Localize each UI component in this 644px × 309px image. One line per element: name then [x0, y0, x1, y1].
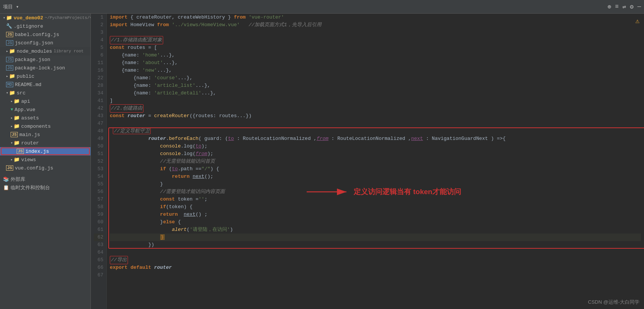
line-num: 50 [94, 143, 103, 150]
code-content[interactable]: import { createRouter, createWebHistory … [107, 14, 644, 309]
sidebar-label: vue.config.js [15, 165, 53, 171]
sidebar-item-indexjs[interactable]: JS index.js [0, 147, 90, 155]
sidebar-item-components[interactable]: ▸ 📁 components [0, 122, 90, 130]
arrow-icon: ▸ [6, 74, 8, 78]
sidebar-project-root[interactable]: ▾ 📁 vue_demo02 ~/PycharmProjects/vue_dem… [0, 14, 90, 22]
sidebar-label: api [21, 99, 30, 104]
sidebar-label: index.js [25, 149, 49, 154]
big-box-mid [108, 234, 644, 241]
sidebar-item-api[interactable]: ▸ 📁 api [0, 97, 90, 105]
swap-icon[interactable]: ⇌ [622, 3, 626, 11]
sidebar-label: .gitignore [14, 24, 43, 29]
folder-icon: 📁 [14, 140, 20, 146]
code-line-54: return next(); [110, 173, 641, 180]
folder-icon: 📁 [9, 90, 15, 96]
minimize-icon[interactable]: — [637, 3, 641, 10]
line-num: 67 [94, 271, 103, 279]
code-line-43: const router = createRouter({routes: rou… [110, 112, 641, 120]
sidebar-item-node-modules[interactable]: ▸ 📁 node_modules library root [0, 47, 90, 55]
sidebar-label: main.js [19, 132, 40, 138]
dropdown-arrow[interactable]: ▾ [16, 4, 19, 10]
arrow-icon: ▸ [11, 124, 13, 129]
code-line-34: {name: 'article_detali'...}, [110, 89, 641, 97]
line-num: 16 [94, 67, 103, 74]
sidebar-item-package-lock[interactable]: JS package-lock.json [0, 64, 90, 72]
json-badge: JS [6, 40, 13, 45]
sidebar-label: 临时文件和控制台 [11, 184, 50, 191]
project-label: 项目 [3, 3, 13, 10]
sidebar: ▾ 📁 vue_demo02 ~/PycharmProjects/vue_dem… [0, 14, 91, 309]
arrow-icon: ▸ [11, 99, 13, 104]
line-num: 34 [94, 89, 103, 97]
sidebar-item-src[interactable]: ▾ 📁 src [0, 89, 90, 97]
sidebar-item-router[interactable]: ▾ 📁 router [0, 139, 90, 147]
sidebar-item-package[interactable]: JS package.json [0, 55, 90, 64]
line-num: 5 [94, 44, 103, 52]
code-line-22: {name: 'course'...}, [110, 74, 641, 82]
sidebar-item-vueconfig[interactable]: JS vue.config.js [0, 164, 90, 172]
code-line-59: return next() ; [110, 211, 641, 218]
line-num: 63 [94, 241, 103, 249]
code-container: 1 2 3 4 5 6 11 16 22 28 34 41 42 43 47 4… [91, 14, 644, 309]
sidebar-item-appvue[interactable]: ▼ App.vue [0, 105, 90, 114]
sidebar-item-public[interactable]: ▸ 📁 public [0, 72, 90, 80]
sidebar-item-mainjs[interactable]: JS main.js [0, 130, 90, 139]
code-line-42: //2.创建路由 [110, 105, 641, 112]
code-text: }) [113, 234, 154, 256]
line-num: 49 [94, 135, 103, 143]
line-num: 55 [94, 180, 103, 188]
line-num: 51 [94, 150, 103, 158]
js-badge: JS [6, 165, 13, 171]
sidebar-label: public [17, 74, 34, 79]
settings-icon[interactable]: ⚙ [630, 3, 634, 11]
folder-icon: 📁 [6, 15, 12, 21]
sidebar-item-readme[interactable]: MD README.md [0, 80, 90, 89]
gitignore-icon: 🔧 [6, 23, 12, 29]
line-num: 62 [94, 234, 103, 241]
sidebar-item-babel[interactable]: JS babel.config.js [0, 30, 90, 39]
sidebar-item-assets[interactable]: ▸ 📁 assets [0, 114, 90, 122]
line-num: 54 [94, 173, 103, 180]
sidebar-label: jsconfig.json [15, 40, 53, 46]
line-num: 47 [94, 120, 103, 127]
comment-box-4: //导出 [110, 256, 128, 264]
line-num: 61 [94, 226, 103, 234]
line-num: 53 [94, 165, 103, 173]
sidebar-label: node_modules [17, 49, 52, 54]
line-num: 28 [94, 82, 103, 89]
folder-icon: 📁 [14, 123, 20, 129]
sidebar-item-gitignore[interactable]: 🔧 .gitignore [0, 22, 90, 30]
code-line-64 [110, 249, 641, 256]
sidebar-label: src [17, 90, 25, 96]
sidebar-item-views[interactable]: ▸ 📁 views [0, 155, 90, 164]
folder-icon: 📁 [14, 157, 20, 163]
sidebar-label: views [21, 157, 36, 163]
json-badge: JS [6, 57, 13, 62]
sidebar-item-external[interactable]: 📚 外部库 [0, 175, 90, 184]
code-line-67 [110, 271, 641, 279]
line-num: 52 [94, 158, 103, 165]
folder-icon: 📁 [9, 48, 15, 54]
sidebar-label: README.md [15, 82, 41, 88]
folder-icon: 📁 [9, 73, 15, 79]
line-num: 58 [94, 203, 103, 211]
code-line-61: alert('请登陆，在访问') [110, 226, 641, 234]
list-icon[interactable]: ≡ [615, 3, 619, 10]
sidebar-spacer [0, 172, 90, 175]
line-num: 11 [94, 59, 103, 67]
sidebar-label: assets [21, 115, 39, 121]
arrow-icon: ▾ [6, 91, 8, 95]
toolbar-left: 项目 ▾ [3, 3, 19, 10]
sidebar-item-scratch[interactable]: 📋 临时文件和控制台 [0, 184, 90, 192]
arrow-icon: ▸ [11, 116, 13, 120]
sidebar-item-jsconfig[interactable]: JS jsconfig.json [0, 39, 90, 47]
folder-icon: 📁 [14, 115, 20, 121]
line-num: 65 [94, 256, 103, 264]
editor: ⚠ 1 2 3 4 5 6 11 16 22 28 34 41 42 43 47… [91, 14, 644, 309]
code-line-47 [110, 120, 641, 127]
add-icon[interactable]: ⊕ [608, 3, 611, 11]
line-num: 6 [94, 52, 103, 59]
toolbar-icons: ⊕ ≡ ⇌ ⚙ — [608, 3, 641, 11]
scratch-icon: 📋 [3, 185, 9, 191]
sidebar-label: babel.config.js [15, 32, 59, 38]
